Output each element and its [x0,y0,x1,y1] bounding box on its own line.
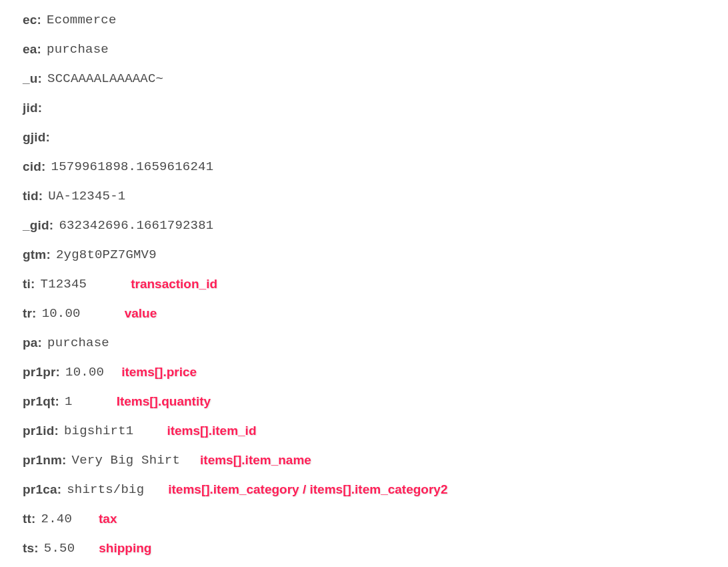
param-row-gjid: gjid: [23,129,705,145]
param-row-pr1id: pr1id: bigshirt1 items[].item_id [23,423,705,438]
annotation-shipping: shipping [99,541,151,556]
annotation-items-item-name: items[].item_name [200,453,311,468]
param-key: jid: [23,101,42,115]
param-row-pr1qt: pr1qt: 1 Items[].quantity [23,394,705,409]
param-row-pr1ca: pr1ca: shirts/big items[].item_category … [23,482,705,497]
param-value: 2yg8t0PZ7GMV9 [56,247,157,262]
param-key: pr1pr: [23,365,60,380]
param-key: ts: [23,541,39,556]
param-value: 1579961898.1659616241 [51,159,214,174]
param-value: SCCAAAALAAAAAC~ [47,71,163,86]
param-key: pr1ca: [23,482,61,497]
param-key: _gid: [23,218,53,233]
param-row-ti: ti: T12345 transaction_id [23,276,705,292]
param-value: Ecommerce [47,13,116,27]
param-key: gjid: [23,130,50,145]
param-key: ti: [23,277,35,292]
annotation-items-item-id: items[].item_id [167,424,256,438]
annotation-transaction-id: transaction_id [131,277,217,292]
annotation-tax: tax [99,512,117,526]
param-value: 2.40 [41,512,72,526]
param-row-ts: ts: 5.50 shipping [23,540,705,556]
annotation-items-item-category: items[].item_category / items[].item_cat… [168,482,447,497]
param-key: cid: [23,159,46,174]
param-row-pa: pa: purchase [23,335,705,350]
param-row-gtm: gtm: 2yg8t0PZ7GMV9 [23,247,705,262]
param-key: tt: [23,512,36,526]
param-row-pr1pr: pr1pr: 10.00 items[].price [23,364,705,380]
param-value: shirts/big [67,482,144,497]
param-row-cid: cid: 1579961898.1659616241 [23,159,705,174]
param-key: tr: [23,306,37,321]
param-key: pr1id: [23,424,59,438]
param-row-tr: tr: 10.00 value [23,306,705,321]
param-row-gid: _gid: 632342696.1661792381 [23,217,705,233]
param-value: Very Big Shirt [72,453,180,468]
param-key: pr1nm: [23,453,67,468]
annotation-items-price: items[].price [121,365,197,380]
param-value: 10.00 [42,306,81,321]
param-row-jid: jid: [23,100,705,115]
annotation-items-quantity: Items[].quantity [117,394,211,409]
param-value: 5.50 [44,541,75,556]
param-value: purchase [47,336,109,350]
param-row-ec: ec: Ecommerce [23,12,705,27]
param-row-u: _u: SCCAAAALAAAAAC~ [23,71,705,86]
param-value: purchase [47,42,109,57]
annotation-value: value [125,306,157,321]
param-key: pa: [23,336,42,350]
param-key: ea: [23,42,41,57]
param-value: T12345 [41,277,87,292]
param-key: gtm: [23,247,51,262]
param-value: UA-12345-1 [48,189,125,203]
param-row-ea: ea: purchase [23,41,705,57]
param-value: 1 [65,394,73,409]
param-value: 10.00 [65,365,104,380]
param-key: pr1qt: [23,394,59,409]
param-value: bigshirt1 [64,424,133,438]
param-key: ec: [23,13,41,27]
param-row-pr1nm: pr1nm: Very Big Shirt items[].item_name [23,452,705,468]
param-row-tt: tt: 2.40 tax [23,511,705,526]
param-value: 632342696.1661792381 [59,218,213,233]
param-key: tid: [23,189,43,203]
param-key: _u: [23,71,42,86]
param-row-tid: tid: UA-12345-1 [23,188,705,203]
